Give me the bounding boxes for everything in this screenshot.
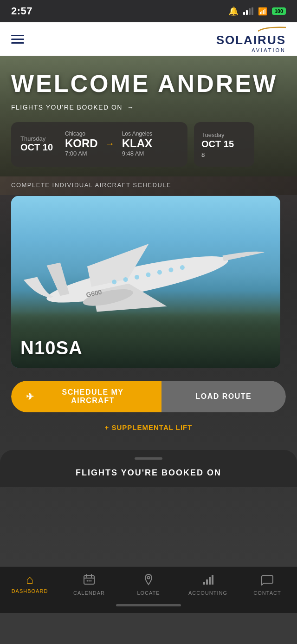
tab-locate-label: LOCATE [137, 590, 160, 596]
flight-date-col-1: Thursday OCT 10 [20, 135, 58, 153]
tab-accounting[interactable]: ACCOUNTING [178, 573, 238, 596]
partial-date: OCT 15 [201, 139, 234, 149]
panel-handle [135, 457, 162, 460]
hamburger-line-1 [11, 35, 24, 36]
schedule-button-label: SCHEDULE MY AIRCRAFT [39, 388, 147, 405]
svg-point-14 [87, 580, 88, 582]
hamburger-line-3 [11, 42, 24, 44]
schedule-section-label: COMPLETE INDIVIDUAL AIRCRAFT SCHEDULE [11, 182, 286, 189]
from-airport: Chicago KORD 7:00 AM [65, 130, 98, 157]
tab-bar: ⌂ DASHBOARD CALENDAR LOCATE [0, 566, 297, 600]
svg-rect-21 [212, 575, 213, 585]
accounting-icon [202, 573, 214, 587]
calendar-icon [83, 573, 95, 587]
plane-icon: ✈ [26, 391, 35, 402]
main-content: WELCOME ANDREW FLIGHTS YOU'RE BOOKED ON … [0, 56, 297, 566]
contact-icon [261, 573, 273, 587]
svg-rect-19 [206, 579, 208, 585]
menu-button[interactable] [11, 35, 24, 44]
schedule-aircraft-button[interactable]: ✈ SCHEDULE MY AIRCRAFT [11, 381, 161, 412]
hamburger-line-2 [11, 39, 24, 40]
home-indicator-bar [116, 604, 181, 606]
load-route-label: LOAD ROUTE [195, 392, 252, 401]
flight-route-1: Chicago KORD 7:00 AM → Los Angeles KLAX … [65, 130, 178, 157]
tab-calendar[interactable]: CALENDAR [59, 573, 119, 596]
signal-bars [243, 7, 253, 15]
flight-date-1: OCT 10 [20, 142, 53, 153]
signal-bar-3 [249, 8, 251, 15]
status-bar: 2:57 🔔 📶 100 [0, 0, 297, 22]
status-right: 🔔 📶 100 [228, 6, 286, 16]
from-time: 7:00 AM [65, 150, 98, 157]
to-city: Los Angeles [122, 130, 152, 137]
signal-bar-2 [246, 10, 248, 15]
to-time: 9:48 AM [122, 150, 152, 157]
aircraft-cards-row: G600 N10SA N [11, 196, 286, 368]
svg-point-15 [89, 580, 90, 582]
tab-dashboard[interactable]: ⌂ DASHBOARD [0, 573, 59, 594]
arrow-right-icon: → [127, 104, 135, 111]
wifi-icon: 📶 [258, 7, 267, 16]
tab-accounting-label: ACCOUNTING [188, 590, 227, 596]
tab-locate[interactable]: LOCATE [119, 573, 178, 596]
flights-booked-link[interactable]: FLIGHTS YOU'RE BOOKED ON → [11, 104, 286, 111]
flight-card-2[interactable]: Tuesday OCT 15 8 [194, 122, 254, 167]
tab-calendar-label: CALENDAR [73, 590, 105, 596]
flight-cards-row: Thursday OCT 10 Chicago KORD 7:00 AM → L… [11, 122, 286, 167]
supplemental-lift-link[interactable]: + SUPPLEMENTAL LIFT [11, 423, 286, 431]
logo-tagline: AVIATION [252, 47, 286, 53]
flight-card-1[interactable]: Thursday OCT 10 Chicago KORD 7:00 AM → L… [11, 122, 187, 167]
flight-day-1: Thursday [20, 135, 45, 142]
bell-icon: 🔔 [228, 6, 239, 16]
content-inner: WELCOME ANDREW FLIGHTS YOU'RE BOOKED ON … [0, 56, 297, 431]
tab-dashboard-label: DASHBOARD [12, 588, 48, 594]
action-buttons: ✈ SCHEDULE MY AIRCRAFT LOAD ROUTE [11, 381, 286, 412]
logo-name: SOLAIRUS [216, 33, 286, 47]
from-city: Chicago [65, 130, 98, 137]
to-code: KLAX [122, 137, 152, 150]
svg-rect-18 [203, 582, 205, 585]
svg-point-16 [90, 580, 92, 582]
flights-booked-text: FLIGHTS YOU'RE BOOKED ON [11, 104, 123, 111]
flight-direction-arrow-icon: → [105, 138, 115, 149]
tab-contact-label: CONTACT [253, 590, 281, 596]
svg-rect-20 [209, 577, 211, 585]
home-indicator [0, 600, 297, 613]
welcome-heading: WELCOME ANDREW [11, 71, 286, 97]
battery-indicator: 100 [272, 7, 286, 15]
flight-card-1-inner: Thursday OCT 10 Chicago KORD 7:00 AM → L… [20, 130, 178, 157]
to-airport: Los Angeles KLAX 9:48 AM [122, 130, 152, 157]
dashboard-icon: ⌂ [26, 573, 33, 585]
status-time: 2:57 [11, 5, 32, 17]
signal-bar-1 [243, 12, 245, 15]
from-code: KORD [65, 137, 98, 150]
bottom-panel-title: FLIGHTS YOU'RE BOOKED ON [11, 468, 286, 487]
signal-bar-4 [252, 7, 253, 15]
load-route-button[interactable]: LOAD ROUTE [161, 381, 286, 412]
aircraft-jet-icon: G600 [11, 210, 276, 340]
partial-day: Tuesday [201, 131, 224, 138]
logo-swoosh-icon [258, 26, 286, 33]
svg-point-17 [148, 577, 150, 579]
locate-icon [142, 573, 155, 587]
tab-contact[interactable]: CONTACT [238, 573, 297, 596]
app-header: SOLAIRUS AVIATION [0, 22, 297, 56]
partial-extra: 8 [201, 151, 247, 158]
bottom-panel: FLIGHTS YOU'RE BOOKED ON [0, 450, 297, 487]
svg-rect-10 [84, 576, 94, 584]
logo: SOLAIRUS AVIATION [216, 26, 286, 53]
aircraft-card-1[interactable]: G600 N10SA [11, 196, 280, 368]
aircraft-id-1: N10SA [20, 338, 83, 358]
